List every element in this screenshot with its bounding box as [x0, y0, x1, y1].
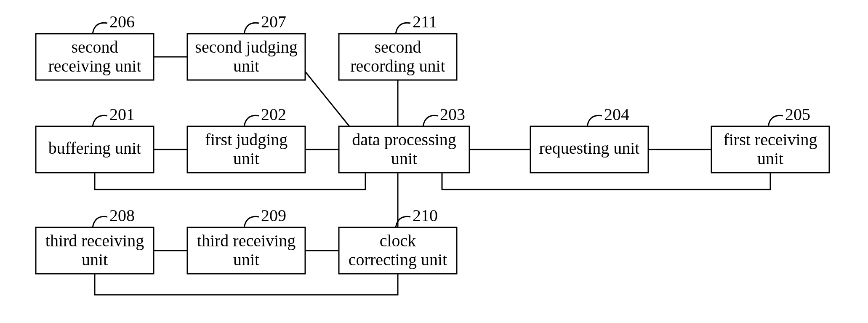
box-210-line2: correcting unit — [349, 250, 447, 269]
box-203-num: 203 — [440, 105, 465, 124]
box-210-line1: clock — [380, 231, 416, 250]
box-202-num: 202 — [261, 105, 286, 124]
box-211-line2: recording unit — [350, 56, 445, 75]
box-205: first receiving unit 205 — [711, 105, 829, 173]
box-203-line1: data processing — [352, 130, 456, 149]
box-201: buffering unit 201 — [36, 105, 154, 173]
box-209-line1: third receiving — [197, 231, 296, 250]
box-202-line1: first judging — [205, 130, 288, 149]
box-209-num: 209 — [261, 206, 286, 225]
box-208-num: 208 — [109, 206, 135, 225]
box-210-num: 210 — [413, 206, 438, 225]
box-205-line2: unit — [757, 149, 783, 168]
box-208-line2: unit — [82, 250, 108, 269]
box-207-line1: second judging — [195, 37, 297, 56]
box-206-num: 206 — [109, 12, 135, 31]
diagram-canvas: second receiving unit 206 second judging… — [0, 0, 868, 323]
box-206-line2: receiving unit — [48, 56, 141, 75]
box-206-line1: second — [71, 37, 118, 56]
conn-208-210 — [95, 274, 398, 295]
box-211-num: 211 — [413, 12, 437, 31]
box-207: second judging unit 207 — [187, 12, 305, 80]
box-203-line2: unit — [391, 149, 417, 168]
box-208-line1: third receiving — [45, 231, 144, 250]
conn-201-203 — [95, 173, 365, 190]
box-208: third receiving unit 208 — [36, 206, 154, 274]
box-207-line2: unit — [233, 56, 259, 75]
box-209: third receiving unit 209 — [187, 206, 305, 274]
box-211: second recording unit 211 — [339, 12, 457, 80]
box-204: requesting unit 204 — [530, 105, 648, 173]
box-211-line1: second — [374, 37, 421, 56]
box-202-line2: unit — [233, 149, 259, 168]
box-204-line1: requesting unit — [539, 139, 640, 157]
box-206: second receiving unit 206 — [36, 12, 154, 80]
box-203: data processing unit 203 — [339, 105, 469, 173]
box-205-num: 205 — [785, 105, 810, 124]
box-202: first judging unit 202 — [187, 105, 305, 173]
box-207-num: 207 — [261, 12, 286, 31]
box-201-line1: buffering unit — [48, 139, 141, 157]
box-201-num: 201 — [109, 105, 135, 124]
box-209-line2: unit — [233, 250, 259, 269]
conn-203-205 — [442, 173, 770, 190]
box-204-num: 204 — [604, 105, 629, 124]
box-205-line1: first receiving — [723, 130, 817, 149]
